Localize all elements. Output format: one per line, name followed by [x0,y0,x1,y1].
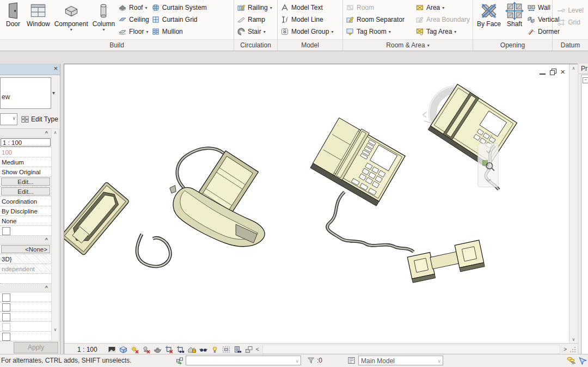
design-options-icon[interactable] [347,356,356,365]
tag-room-button[interactable]: Tag Room ▾ [345,26,414,38]
curtain-grid-button[interactable]: Curtain Grid [150,14,208,26]
model-group-dropdown-icon[interactable]: ▾ [331,30,333,34]
scroll-up-icon[interactable]: ∧ [570,65,577,72]
edit-type-button[interactable]: Edit Type [21,115,58,124]
type-selector-dropdown-icon[interactable]: ▾ [52,90,55,96]
component-button[interactable]: Component ▾ [52,1,90,32]
close-icon[interactable]: × [53,64,58,72]
visual-style-icon[interactable] [119,345,128,354]
minimize-icon[interactable] [540,69,546,75]
analysis-display-row[interactable]: None [0,216,51,226]
tag-area-dropdown-icon[interactable]: ▾ [454,30,456,34]
railing-button[interactable]: Railing ▾ [236,2,273,14]
hscroll-right-icon[interactable]: > [564,346,567,352]
temporary-view-properties-icon[interactable] [222,345,231,354]
area-button[interactable]: Area ▾ [414,2,471,14]
hscroll-left-icon[interactable]: < [256,346,259,352]
shaft-button[interactable]: Shaft [503,1,526,28]
project-browser-header[interactable]: Pr [579,64,588,74]
scroll-down-icon[interactable]: ∨ [570,336,577,343]
stair-dropdown-icon[interactable]: ▾ [264,30,266,34]
parts-visibility-row[interactable]: Show Original [0,167,51,177]
tag-area-button[interactable]: Tag Area ▾ [414,26,471,38]
detail-level-row[interactable]: Medium [0,157,51,167]
scroll-up-icon[interactable]: ∧ [52,129,59,136]
design-options-dropdown[interactable]: Main Model ∨ [358,356,443,365]
floor-dropdown-icon[interactable]: ▾ [146,30,148,34]
clipped-checkbox[interactable] [2,333,10,341]
worksharing-display-icon[interactable] [233,345,242,354]
view-scale-button[interactable]: 1 : 100 [77,346,97,353]
view-scale-row[interactable]: 1 : 100 [0,138,51,148]
ceiling-button[interactable]: Ceiling [117,14,150,26]
rendering-dialog-icon[interactable] [153,345,162,354]
component-dropdown-icon[interactable]: ▾ [70,28,72,32]
filter-icon[interactable] [307,356,316,365]
shadows-icon[interactable] [142,345,151,354]
ramp-button[interactable]: Ramp [236,14,273,26]
reveal-hidden-elements-icon[interactable] [210,345,219,354]
properties-scrollbar[interactable]: ∧ ∨ [51,129,59,341]
resize-grip[interactable] [569,346,577,353]
properties-header[interactable]: × [0,64,60,75]
detail-level-icon[interactable] [107,345,117,354]
search-combo[interactable]: ∨ [0,113,17,125]
3d-model-canvas[interactable]: × [64,64,569,344]
room-area-panel-caret-icon[interactable]: ▾ [427,44,430,47]
discipline-row[interactable]: Coordination [0,197,51,206]
column-dropdown-icon[interactable]: ▾ [102,28,105,32]
model-group-button[interactable]: Model Group ▾ [279,26,334,38]
sun-path-icon[interactable] [130,345,139,354]
collapse-icon[interactable]: ^ [45,284,48,292]
show-crop-region-icon[interactable] [176,345,185,354]
tag-room-dropdown-icon[interactable]: ▾ [389,30,391,34]
temporary-hide-isolate-icon[interactable] [199,345,208,354]
property-group-header[interactable]: ^ [0,236,51,244]
crop-region-checkbox[interactable] [2,303,10,311]
collapse-icon[interactable]: ^ [45,129,48,137]
floor-button[interactable]: Floor ▾ [117,26,150,38]
displace-elements-icon[interactable] [244,345,254,354]
door-button[interactable]: Door [2,1,24,28]
property-group-header[interactable]: ^ [0,284,51,292]
worksets-icon[interactable] [175,356,185,365]
model-line-button[interactable]: Model Line [279,14,334,26]
view-template-row[interactable]: <None> [0,244,51,254]
project-browser-tree[interactable]: − [581,75,588,354]
view-close-icon[interactable]: × [560,69,565,75]
view-name-row[interactable]: 3D} [0,254,51,264]
exclude-options-icon[interactable] [566,356,575,365]
crop-view-icon[interactable] [164,345,174,354]
type-selector[interactable]: ew [0,77,51,109]
visibility-overrides-row[interactable]: Edit... [0,177,51,187]
roof-dropdown-icon[interactable]: ▾ [145,6,147,10]
by-face-button[interactable]: By Face [475,1,503,28]
locked-3d-view-icon[interactable] [187,345,197,354]
area-dropdown-icon[interactable]: ▾ [442,6,444,10]
canvas-vertical-scrollbar[interactable]: ∧ ∨ [569,64,578,344]
annotation-crop-checkbox[interactable] [2,313,10,321]
railing-dropdown-icon[interactable]: ▾ [270,6,272,10]
crop-view-checkbox[interactable] [2,293,10,302]
curtain-system-button[interactable]: Curtain System [150,2,208,14]
room-area-panel-label[interactable]: Room & Area ▾ [343,39,473,51]
sun-path-checkbox[interactable] [2,227,10,235]
show-hidden-lines-row[interactable]: By Discipline [0,206,51,216]
window-button[interactable]: Window [24,1,52,28]
tree-expander-icon[interactable]: − [583,77,588,83]
model-text-button[interactable]: Model Text [279,2,334,14]
drawing-area[interactable]: × [64,64,569,344]
select-elements-icon[interactable] [578,356,587,365]
column-button[interactable]: Column ▾ [90,1,117,32]
worksets-dropdown[interactable]: ∨ [186,356,301,365]
horizontal-scrollbar[interactable] [262,345,561,354]
restore-icon[interactable] [550,69,556,75]
scroll-down-icon[interactable]: ∨ [52,326,59,333]
mullion-button[interactable]: Mullion [150,26,208,38]
graphic-display-row[interactable]: Edit... [0,187,51,197]
collapse-icon[interactable]: ^ [45,236,48,244]
property-group-header[interactable]: ^ [0,129,51,138]
stair-button[interactable]: Stair ▾ [236,26,273,38]
roof-button[interactable]: Roof ▾ [117,2,150,14]
room-separator-button[interactable]: Room Separator [345,14,414,26]
